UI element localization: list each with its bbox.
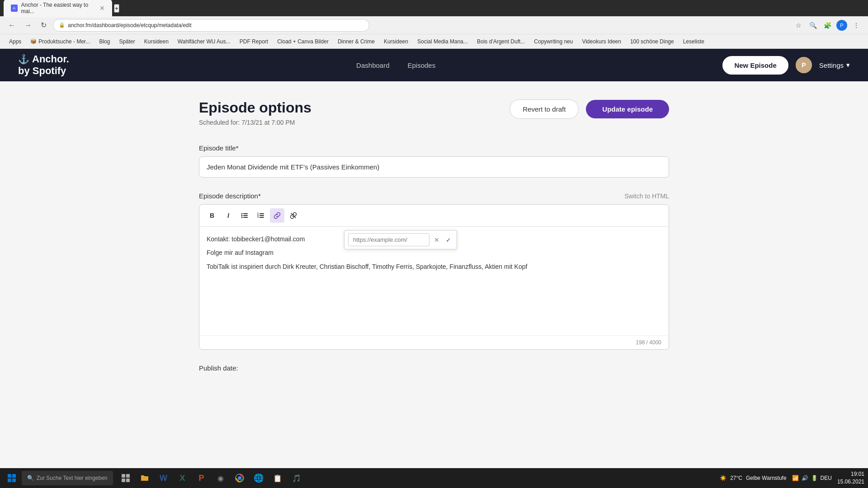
taskbar-word[interactable]: W (155, 469, 173, 487)
bookmark-social[interactable]: Social Media Mana... (414, 37, 472, 47)
file-explorer-icon (140, 474, 149, 483)
page-title-section: Episode options Scheduled for: 7/13/21 a… (199, 99, 311, 126)
taskbar-app9[interactable]: 📋 (269, 469, 287, 487)
anchor-icon: ⚓ (18, 54, 29, 65)
bookmark-blog[interactable]: Blog (95, 37, 113, 47)
bookmark-icon: 📦 (30, 38, 37, 44)
forward-btn[interactable]: → (22, 19, 34, 31)
italic-button[interactable]: I (221, 208, 236, 223)
wifi-icon: 📶 (792, 475, 799, 481)
update-episode-button[interactable]: Update episode (586, 100, 669, 118)
settings-button[interactable]: Settings ▾ (819, 61, 850, 69)
reload-btn[interactable]: ↻ (38, 19, 49, 31)
taskbar-search[interactable]: 🔍 Zur Suche Text hier eingeben (22, 471, 113, 485)
svg-rect-19 (122, 474, 125, 478)
tab-title: Anchor - The easiest way to mai... (21, 2, 96, 14)
page-actions: Revert to draft Update episode (509, 99, 669, 119)
taskbar-powerpoint[interactable]: P (193, 469, 211, 487)
address-bar[interactable]: 🔒 anchor.fm/dashboard/episode/etcqup/met… (53, 19, 369, 32)
extension-btn[interactable]: 🧩 (821, 19, 834, 32)
taskbar-excel[interactable]: X (174, 469, 192, 487)
taskbar-app6[interactable]: ◉ (212, 469, 230, 487)
ordered-list-icon: 1. 2. 3. (257, 212, 264, 219)
nav-episodes[interactable]: Episodes (408, 61, 436, 69)
profile-avatar: P (836, 20, 847, 31)
back-btn[interactable]: ← (5, 19, 18, 31)
bookmark-spaeter[interactable]: Später (115, 37, 138, 47)
unlink-button[interactable] (286, 208, 301, 223)
bookmark-leseliste[interactable]: Leseliste (679, 37, 708, 47)
bookmark-label: Leseliste (683, 38, 704, 45)
notification-area: ☀️ 27°C Gelbe Warnstufe (720, 475, 786, 481)
taskbar-chrome[interactable] (231, 469, 249, 487)
taskbar-task-view[interactable] (117, 469, 135, 487)
svg-text:3.: 3. (257, 216, 259, 218)
svg-point-2 (241, 213, 243, 215)
svg-rect-3 (243, 213, 248, 214)
description-line-3: TobiTalk ist inspiriert durch Dirk Kreut… (207, 262, 661, 272)
svg-point-6 (241, 217, 243, 218)
weather-text: Gelbe Warnstufe (746, 475, 787, 481)
logo-anchor: ⚓ Anchor. (18, 53, 69, 65)
system-icons: 📶 🔊 🔋 DEU (792, 475, 832, 481)
episode-title-input[interactable] (199, 156, 669, 178)
bookmark-label: 100 schöne Dinge (630, 38, 674, 45)
new-episode-button[interactable]: New Episode (722, 56, 788, 75)
word-icon: W (160, 474, 167, 483)
unordered-list-icon (241, 212, 248, 219)
link-button[interactable] (270, 208, 284, 223)
link-cancel-button[interactable]: ✕ (432, 235, 441, 244)
bookmark-kursideen1[interactable]: Kursideen (141, 37, 172, 47)
taskbar-icon10: 🎵 (292, 474, 301, 483)
svg-rect-21 (122, 479, 125, 482)
edge-icon: 🌐 (254, 473, 264, 483)
bookmark-apps[interactable]: Apps (5, 37, 25, 47)
ordered-list-button[interactable]: 1. 2. 3. (254, 208, 268, 223)
svg-line-14 (291, 213, 296, 218)
page-subtitle: Scheduled for: 7/13/21 at 7:00 PM (199, 119, 311, 126)
logo: ⚓ Anchor. by Spotify (18, 53, 69, 77)
revert-to-draft-button[interactable]: Revert to draft (509, 99, 579, 119)
char-count: 198 / 4000 (199, 335, 669, 349)
bookmark-produktsuche[interactable]: 📦 Produktsuche - Mer... (27, 37, 94, 47)
zoom-btn[interactable]: 🔍 (807, 19, 819, 32)
link-confirm-button[interactable]: ✓ (444, 235, 453, 244)
excel-icon: X (180, 474, 185, 483)
search-placeholder: Zur Suche Text hier eingeben (37, 475, 108, 481)
unordered-list-button[interactable] (237, 208, 252, 223)
taskbar-edge[interactable]: 🌐 (250, 469, 268, 487)
bookmark-copywriting[interactable]: Copywriting neu (530, 37, 576, 47)
bookmark-label: PDF Report (240, 38, 268, 45)
settings-label: Settings (819, 61, 844, 69)
title-label-text: Episode title* (199, 144, 239, 152)
bookmark-kursideen2[interactable]: Kursideen (380, 37, 412, 47)
active-tab[interactable]: A Anchor - The easiest way to mai... ✕ (4, 0, 112, 17)
volume-icon: 🔊 (802, 475, 808, 481)
taskbar: 🔍 Zur Suche Text hier eingeben W X P (0, 468, 868, 488)
bookmark-dinner[interactable]: Dinner & Crime (334, 37, 378, 47)
switch-to-html-btn[interactable]: Switch to HTML (624, 192, 669, 200)
profile-btn-area[interactable]: P (835, 19, 848, 32)
new-tab-btn[interactable]: + (114, 4, 119, 13)
bookmark-100schoen[interactable]: 100 schöne Dinge (627, 37, 678, 47)
svg-rect-7 (243, 217, 248, 218)
bookmark-btn[interactable]: ☆ (792, 19, 805, 32)
bookmark-pdf[interactable]: PDF Report (236, 37, 272, 47)
bookmark-bois[interactable]: Bois d'Argent Duft... (473, 37, 528, 47)
description-label-row: Episode description* Switch to HTML (199, 192, 669, 200)
taskbar-file-explorer[interactable] (136, 469, 154, 487)
svg-rect-16 (12, 474, 16, 478)
start-button[interactable] (4, 470, 20, 486)
bookmark-label: Später (119, 38, 135, 45)
menu-btn[interactable]: ⋮ (850, 19, 863, 32)
bookmark-cload[interactable]: Cload + Canva Bilder (274, 37, 332, 47)
taskbar-apps: W X P ◉ 🌐 📋 🎵 (117, 469, 306, 487)
link-url-input[interactable] (348, 233, 429, 246)
nav-dashboard[interactable]: Dashboard (356, 61, 389, 69)
tab-close-btn[interactable]: ✕ (99, 5, 105, 12)
taskbar-app10[interactable]: 🎵 (288, 469, 306, 487)
bookmark-wahlfaecher[interactable]: Wahlfächer WU Aus... (174, 37, 234, 47)
bold-button[interactable]: B (205, 208, 219, 223)
clock-time: 19:01 (837, 470, 864, 478)
bookmark-videokurs[interactable]: Videokurs Ideen (578, 37, 625, 47)
